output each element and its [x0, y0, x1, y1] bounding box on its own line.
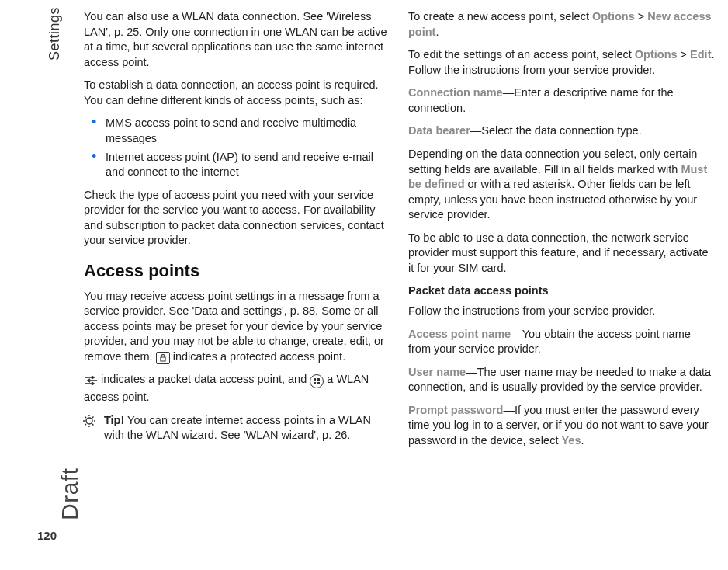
paragraph: Connection name—Enter a descriptive name…	[408, 85, 716, 116]
text-run: —Select the data connection type.	[470, 124, 642, 137]
ui-label-yes: Yes	[561, 434, 581, 447]
ui-label-prompt-password: Prompt password	[408, 404, 503, 416]
paragraph: Depending on the data connection you sel…	[408, 147, 716, 223]
paragraph: Access point name—You obtain the access …	[408, 327, 716, 357]
sidebar: Settings Draft 120	[0, 0, 78, 570]
list-item: Internet access point (IAP) to send and …	[96, 150, 391, 180]
packet-data-icon	[84, 374, 98, 390]
text-run: To edit the settings of an access point,…	[408, 48, 635, 61]
ui-label-user-name: User name	[408, 366, 466, 378]
svg-line-15	[92, 416, 94, 418]
paragraph: Check the type of access point you need …	[84, 188, 391, 249]
text-run: indicates a protected access point.	[170, 350, 346, 363]
ui-label-data-bearer: Data bearer	[408, 124, 470, 137]
text-run: Depending on the data connection you sel…	[408, 148, 697, 176]
paragraph: Data bearer—Select the data connection t…	[408, 123, 716, 139]
text-run: To create a new access point, select	[408, 10, 592, 23]
subheading-packet-data: Packet data access points	[408, 283, 716, 299]
paragraph: Prompt password—If you must enter the pa…	[408, 403, 716, 449]
tip-text: You can create internet access points in…	[104, 414, 371, 442]
text-run: >	[635, 10, 648, 23]
draft-watermark: Draft	[54, 467, 86, 520]
tip-icon	[82, 414, 96, 433]
ui-label-connection-name: Connection name	[408, 86, 503, 99]
page-number: 120	[37, 528, 57, 544]
ui-label-options: Options	[592, 10, 635, 23]
paragraph: To be able to use a data connection, the…	[408, 231, 716, 276]
column-right: To create a new access point, select Opt…	[408, 9, 716, 457]
paragraph: Follow the instructions from your servic…	[408, 304, 716, 319]
svg-rect-5	[314, 382, 316, 384]
text-run: >	[678, 48, 691, 61]
text-run: .	[581, 434, 584, 447]
text-run: indicates a packet data access point, an…	[98, 373, 310, 385]
svg-line-12	[85, 416, 87, 418]
svg-rect-3	[314, 378, 316, 381]
svg-point-7	[86, 418, 92, 424]
svg-line-13	[92, 424, 94, 426]
lock-icon	[156, 352, 170, 364]
paragraph: You can also use a WLAN data connection.…	[84, 9, 391, 70]
column-left: You can also use a WLAN data connection.…	[84, 9, 391, 457]
ui-label-access-point-name: Access point name	[408, 328, 511, 340]
svg-line-14	[85, 424, 87, 426]
page-columns: You can also use a WLAN data connection.…	[84, 9, 716, 457]
paragraph: To establish a data connection, an acces…	[84, 78, 391, 108]
tip-label: Tip!	[104, 414, 124, 426]
ui-label-options: Options	[635, 48, 678, 61]
section-label: Settings	[45, 7, 64, 61]
text-run: .	[435, 26, 439, 38]
paragraph: To create a new access point, select Opt…	[408, 9, 716, 40]
ui-label-edit: Edit	[690, 48, 711, 61]
bullet-list: MMS access point to send and receive mul…	[84, 116, 391, 179]
svg-rect-4	[317, 378, 320, 381]
heading-access-points: Access points	[84, 259, 391, 283]
paragraph: To edit the settings of an access point,…	[408, 47, 716, 78]
svg-rect-6	[317, 382, 320, 384]
paragraph: You may receive access point settings in…	[84, 289, 391, 365]
wlan-icon	[310, 374, 324, 388]
paragraph: indicates a packet data access point, an…	[84, 372, 391, 405]
list-item: MMS access point to send and receive mul…	[96, 116, 391, 146]
paragraph: User name—The user name may be needed to…	[408, 365, 716, 395]
tip-block: Tip! You can create internet access poin…	[84, 413, 391, 443]
